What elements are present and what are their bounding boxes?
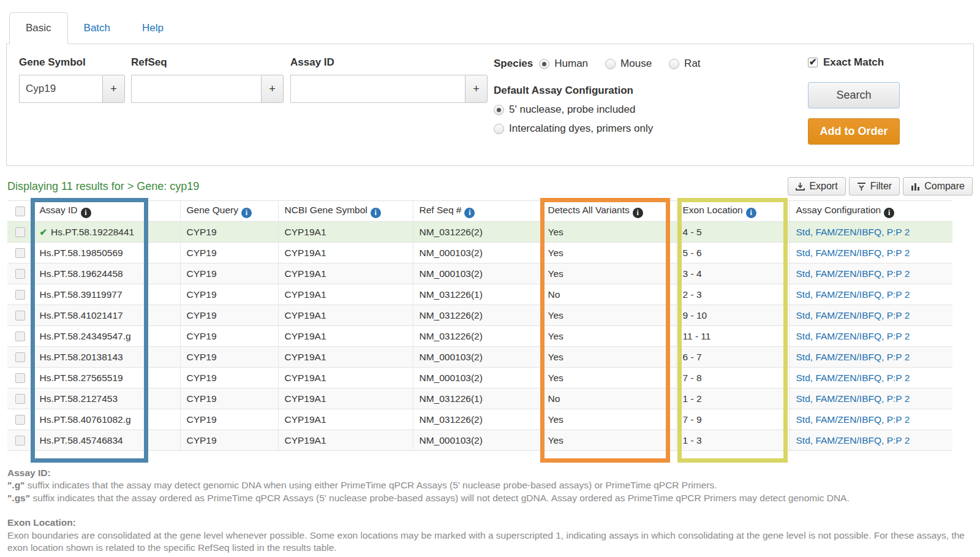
assay-configuration-link[interactable]: Std, FAM/ZEN/IBFQ, P:P 2 [796, 289, 910, 300]
assay-configuration-link[interactable]: Std, FAM/ZEN/IBFQ, P:P 2 [796, 352, 910, 362]
refseq-input[interactable] [131, 75, 261, 103]
assay-configuration-link[interactable]: Std, FAM/ZEN/IBFQ, P:P 2 [796, 268, 910, 279]
assay-id-value[interactable]: Hs.PT.58.20138143 [40, 352, 123, 362]
assay-configuration-link[interactable]: Std, FAM/ZEN/IBFQ, P:P 2 [796, 414, 910, 425]
assay-id-value[interactable]: Hs.PT.58.41021417 [40, 310, 123, 320]
assay-configuration-link[interactable]: Std, FAM/ZEN/IBFQ, P:P 2 [796, 435, 910, 445]
col-header-gene-query[interactable]: Gene Queryi [180, 201, 278, 222]
detects-all-variants-cell: Yes [541, 263, 676, 284]
assay-configuration-cell: Std, FAM/ZEN/IBFQ, P:P 2 [790, 305, 952, 326]
assay-id-value[interactable]: Hs.PT.58.45746834 [40, 435, 123, 445]
assay-id-value[interactable]: Hs.PT.58.24349547.g [40, 331, 131, 341]
radio-rat[interactable] [669, 59, 679, 69]
ref-seq-info-icon[interactable]: i [464, 208, 475, 218]
assay-id-value[interactable]: Hs.PT.58.19624458 [40, 268, 123, 279]
tab-batch[interactable]: Batch [68, 13, 126, 44]
assay-configuration-link[interactable]: Std, FAM/ZEN/IBFQ, P:P 2 [796, 310, 910, 320]
gene-query-cell: CYP19 [180, 430, 278, 451]
gene-symbol-add-button[interactable]: + [102, 75, 125, 103]
row-checkbox[interactable] [15, 269, 25, 279]
exact-match-checkbox[interactable] [808, 58, 818, 67]
select-all-checkbox[interactable] [15, 207, 25, 216]
row-checkbox[interactable] [15, 248, 25, 258]
table-row: Hs.PT.58.27565519CYP19CYP19A1NM_000103(2… [7, 368, 952, 388]
assay-configuration-link[interactable]: Std, FAM/ZEN/IBFQ, P:P 2 [796, 373, 910, 383]
species-option-rat[interactable]: Rat [669, 58, 700, 70]
search-button[interactable]: Search [808, 82, 900, 108]
radio-nuclease[interactable] [494, 105, 504, 115]
refseq-group: RefSeq + [131, 56, 284, 103]
radio-human[interactable] [539, 59, 549, 69]
ncbi-gene-symbol-info-icon[interactable]: i [371, 208, 381, 218]
row-checkbox[interactable] [15, 415, 25, 425]
config-nuclease-label: 5' nuclease, probe included [509, 104, 635, 116]
radio-mouse[interactable] [605, 59, 616, 69]
gene-query-cell: CYP19 [180, 305, 278, 326]
exon-location-info-icon[interactable]: i [746, 208, 756, 218]
detects-all-variants-cell: Yes [541, 430, 676, 451]
tab-basic[interactable]: Basic [9, 12, 68, 44]
ref-seq-cell: NM_031226(1) [413, 284, 541, 305]
gene-symbol-input[interactable] [19, 75, 102, 103]
assay-id-value[interactable]: Hs.PT.58.2127453 [40, 393, 118, 404]
assay-configuration-info-icon[interactable]: i [884, 208, 894, 218]
row-checkbox[interactable] [15, 352, 25, 362]
assay-configuration-cell: Std, FAM/ZEN/IBFQ, P:P 2 [790, 430, 952, 451]
exon-location-cell: 7 - 9 [676, 409, 790, 430]
assay-id-value[interactable]: Hs.PT.58.27565519 [40, 373, 123, 383]
row-checkbox[interactable] [15, 311, 25, 320]
gene-query-cell: CYP19 [180, 222, 278, 243]
gene-query-info-icon[interactable]: i [241, 208, 252, 218]
exon-location-cell: 4 - 5 [676, 222, 790, 243]
row-checkbox[interactable] [15, 373, 25, 383]
assay-id-info-icon[interactable]: i [81, 208, 91, 218]
assay-id-value[interactable]: Hs.PT.58.40761082.g [40, 414, 131, 425]
assay-id-value[interactable]: Hs.PT.58.19228441 [51, 227, 134, 237]
tab-help[interactable]: Help [126, 13, 179, 44]
config-option-intercalating[interactable]: Intercalating dyes, primers only [494, 123, 653, 135]
search-panel: Gene Symbol + RefSeq + Assay ID + Specie… [6, 44, 974, 166]
add-to-order-button[interactable]: Add to Order [808, 118, 900, 145]
radio-intercalating[interactable] [494, 124, 504, 134]
exon-location-cell: 1 - 3 [676, 430, 790, 451]
assay-configuration-cell: Std, FAM/ZEN/IBFQ, P:P 2 [790, 368, 952, 388]
col-header-assay-id[interactable]: Assay IDi [33, 201, 180, 222]
assay-id-input[interactable] [290, 75, 465, 103]
col-header-assay-configuration[interactable]: Assay Configurationi [790, 201, 952, 222]
col-header-detects-all-variants[interactable]: Detects All Variantsi [541, 201, 676, 222]
filter-button[interactable]: Filter [849, 177, 900, 195]
col-header-exon-location[interactable]: Exon Locationi [676, 201, 790, 222]
row-checkbox[interactable] [15, 290, 25, 300]
assay-configuration-link[interactable]: Std, FAM/ZEN/IBFQ, P:P 2 [796, 248, 910, 258]
assay-id-cell: Hs.PT.58.41021417 [33, 305, 180, 326]
exact-match-option[interactable]: Exact Match [808, 56, 900, 69]
assay-id-add-button[interactable]: + [465, 75, 488, 103]
assay-id-cell: Hs.PT.58.2127453 [33, 388, 180, 409]
config-option-nuclease[interactable]: 5' nuclease, probe included [494, 104, 653, 116]
assay-configuration-link[interactable]: Std, FAM/ZEN/IBFQ, P:P 2 [796, 227, 910, 237]
refseq-add-button[interactable]: + [261, 75, 284, 103]
ref-seq-cell: NM_000103(2) [413, 347, 541, 368]
col-header-ncbi-gene-symbol[interactable]: NCBI Gene Symboli [278, 201, 413, 222]
row-checkbox[interactable] [15, 332, 25, 341]
ncbi-gene-symbol-cell: CYP19A1 [278, 347, 413, 368]
export-button[interactable]: Export [788, 177, 845, 195]
assay-configuration-link[interactable]: Std, FAM/ZEN/IBFQ, P:P 2 [796, 331, 910, 341]
species-option-human[interactable]: Human [539, 58, 588, 70]
assay-id-value[interactable]: Hs.PT.58.19850569 [40, 248, 123, 258]
species-label: Species [494, 58, 533, 70]
species-radio-group: Species Human Mouse Rat [494, 58, 718, 70]
row-checkbox[interactable] [15, 436, 25, 445]
ncbi-gene-symbol-cell: CYP19A1 [278, 368, 413, 388]
gene-query-cell: CYP19 [180, 368, 278, 388]
detects-all-variants-cell: No [541, 284, 676, 305]
row-checkbox[interactable] [15, 227, 25, 237]
compare-button[interactable]: Compare [903, 177, 973, 195]
assay-id-cell: Hs.PT.58.19624458 [33, 263, 180, 284]
assay-id-value[interactable]: Hs.PT.58.39119977 [40, 289, 123, 300]
detects-all-variants-info-icon[interactable]: i [633, 208, 643, 218]
species-option-mouse[interactable]: Mouse [605, 58, 652, 70]
assay-configuration-link[interactable]: Std, FAM/ZEN/IBFQ, P:P 2 [796, 393, 910, 404]
row-checkbox[interactable] [15, 394, 25, 404]
col-header-ref-seq[interactable]: Ref Seq #i [413, 201, 541, 222]
